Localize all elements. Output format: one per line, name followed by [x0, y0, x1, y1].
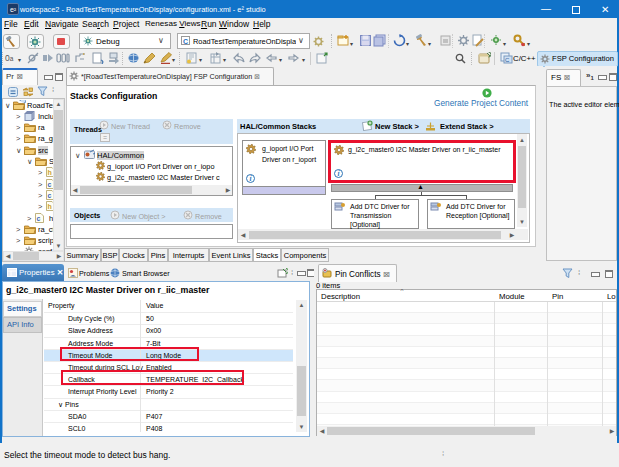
svg-text:h: h	[48, 203, 52, 210]
svg-text:c: c	[48, 192, 52, 199]
svg-text:h: h	[48, 169, 52, 176]
svg-text:c: c	[48, 181, 52, 188]
svg-text:c: c	[37, 215, 41, 222]
svg-text:C: C	[505, 57, 510, 63]
